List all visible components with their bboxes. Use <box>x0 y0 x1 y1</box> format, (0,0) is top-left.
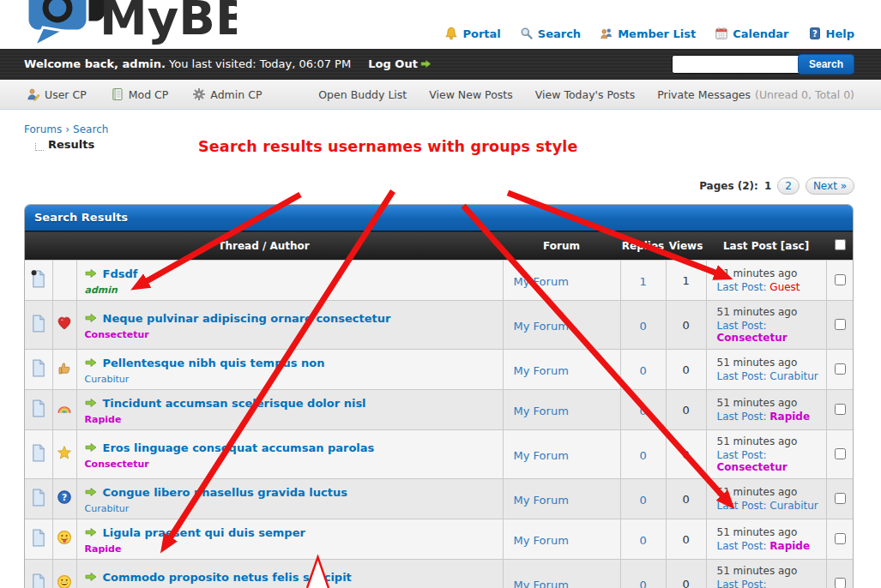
header-search-button[interactable]: Search <box>798 54 854 75</box>
forum-link[interactable]: My Forum <box>514 449 569 462</box>
replies-count-link[interactable]: 0 <box>639 449 646 462</box>
row-select-checkbox[interactable] <box>835 533 846 544</box>
admin-cp-link[interactable]: Admin CP <box>192 87 262 101</box>
search-results-panel: Search Results Thread / Author Forum Rep… <box>24 204 854 588</box>
nav-help[interactable]: ? Help <box>808 27 854 40</box>
last-post-link[interactable]: Last Post: <box>717 500 767 512</box>
replies-count-link[interactable]: 0 <box>639 320 646 333</box>
last-post-user-link[interactable]: Consectetur <box>717 332 787 344</box>
user-cp-label: User CP <box>45 88 87 101</box>
last-post-link[interactable]: Last Post: <box>717 370 767 382</box>
nav-search[interactable]: Search <box>520 27 581 40</box>
last-post-user-link[interactable]: Rapide <box>769 411 810 423</box>
nav-calendar[interactable]: Calendar <box>715 27 788 40</box>
select-all-checkbox[interactable] <box>835 239 846 250</box>
last-post-time: 51 minutes ago <box>717 267 826 279</box>
view-new-posts-label: View New Posts <box>429 88 513 101</box>
thread-arrow-icon <box>85 484 97 501</box>
view-new-posts-link[interactable]: View New Posts <box>429 88 513 101</box>
result-row: ?Congue libero phasellus gravida luctusC… <box>25 479 854 519</box>
forum-link[interactable]: My Forum <box>514 494 569 507</box>
replies-count-link[interactable]: 0 <box>639 579 646 588</box>
replies-count-link[interactable]: 0 <box>639 534 646 547</box>
last-post-user-link[interactable]: Curabitur <box>769 500 818 512</box>
thread-title-link[interactable]: Congue libero phasellus gravida luctus <box>103 486 348 499</box>
forum-link[interactable]: My Forum <box>514 320 569 333</box>
header-search-input[interactable] <box>672 55 804 74</box>
views-count: 0 <box>682 404 689 417</box>
thread-author-link[interactable]: admin <box>85 285 118 296</box>
pagination-page-2[interactable]: 2 <box>777 177 800 195</box>
forum-link[interactable]: My Forum <box>514 275 569 288</box>
pagination-next[interactable]: Next » <box>806 177 854 195</box>
thread-author-link[interactable]: Rapide <box>85 414 122 425</box>
result-row: Tincidunt accumsan scelerisque dolor nis… <box>25 390 854 430</box>
thread-title-link[interactable]: Commodo proposito netus felis suscipit <box>103 571 352 584</box>
row-select-checkbox[interactable] <box>835 274 846 285</box>
nav-portal[interactable]: Portal <box>444 27 500 40</box>
star-icon <box>57 447 72 464</box>
replies-count-link[interactable]: 0 <box>639 364 646 377</box>
forum-link[interactable]: My Forum <box>514 534 569 547</box>
user-cp-link[interactable]: User CP <box>27 87 87 101</box>
welcome-visited: You last visited: Today, 06:07 PM <box>169 57 351 70</box>
forum-link[interactable]: My Forum <box>514 364 569 377</box>
thread-title-link[interactable]: Ligula praesent qui duis semper <box>103 526 305 539</box>
thread-title-link[interactable]: Neque pulvinar adipiscing ornare consect… <box>103 312 391 325</box>
breadcrumb-forums-link[interactable]: Forums <box>24 123 62 135</box>
thread-title-link[interactable]: Pellentesque nibh quis tempus non <box>103 357 325 369</box>
last-post-time: 51 minutes ago <box>717 357 826 369</box>
portal-bell-icon <box>444 27 458 40</box>
last-post-link[interactable]: Last Post: <box>717 579 767 588</box>
last-post-link[interactable]: Last Post: <box>717 320 767 332</box>
last-post-user-link[interactable]: Curabitur <box>769 370 818 382</box>
replies-count-link[interactable]: 0 <box>639 405 646 417</box>
breadcrumb-separator: › <box>65 123 69 135</box>
thread-title-link[interactable]: Eros linguage consequat accumsan parolas <box>103 441 375 454</box>
last-post-link[interactable]: Last Post: <box>717 281 767 293</box>
col-thread-author: Thread / Author <box>25 231 503 261</box>
view-todays-posts-link[interactable]: View Today's Posts <box>535 88 635 101</box>
thread-author-link[interactable]: Rapide <box>85 543 122 555</box>
forum-link[interactable]: My Forum <box>514 405 569 417</box>
last-post-time: 51 minutes ago <box>717 486 826 498</box>
row-select-checkbox[interactable] <box>835 493 846 504</box>
mybb-logo[interactable]: MyBB <box>14 0 237 53</box>
row-select-checkbox[interactable] <box>835 363 846 375</box>
toolbar: User CP Mod CP <box>0 80 881 110</box>
last-post-link[interactable]: Last Post: <box>717 540 767 552</box>
last-post-user-link[interactable]: Consectetur <box>717 461 787 473</box>
replies-count-link[interactable]: 0 <box>639 494 646 507</box>
private-messages-link[interactable]: Private Messages (Unread 0, Total 0) <box>657 88 854 101</box>
row-select-checkbox[interactable] <box>835 448 846 459</box>
col-views: Views <box>666 231 706 261</box>
open-buddy-list-link[interactable]: Open Buddy List <box>318 88 407 101</box>
nav-help-label: Help <box>826 27 854 40</box>
forum-link[interactable]: My Forum <box>514 579 569 588</box>
last-post-link[interactable]: Last Post: <box>717 411 767 423</box>
result-row: Eros linguage consequat accumsan parolas… <box>25 430 854 479</box>
logout-link[interactable]: Log Out <box>368 57 431 70</box>
last-post-user-link[interactable]: Rapide <box>769 540 810 552</box>
view-todays-posts-label: View Today's Posts <box>535 88 635 101</box>
nav-member-list[interactable]: Member List <box>600 27 696 40</box>
mod-cp-link[interactable]: Mod CP <box>111 87 169 101</box>
replies-count-link[interactable]: 1 <box>639 275 646 288</box>
last-post-user-link[interactable]: Guest <box>769 281 800 293</box>
page-icon <box>31 449 46 465</box>
row-select-checkbox[interactable] <box>835 404 846 415</box>
row-select-checkbox[interactable] <box>835 319 846 330</box>
thread-author-link[interactable]: Consectetur <box>85 459 149 470</box>
logout-label: Log Out <box>368 57 418 70</box>
thread-title-link[interactable]: Fdsdf <box>103 267 138 280</box>
thread-author-link[interactable]: Curabitur <box>85 503 130 514</box>
logout-arrow-icon <box>420 59 431 69</box>
last-post-link[interactable]: Last Post: <box>717 449 767 461</box>
page-icon <box>31 364 46 381</box>
result-row: Ligula praesent qui duis semperRapideMy … <box>25 519 854 560</box>
thread-author-link[interactable]: Curabitur <box>85 374 130 385</box>
breadcrumb-search-link[interactable]: Search <box>73 123 108 135</box>
thread-title-link[interactable]: Tincidunt accumsan scelerisque dolor nis… <box>103 397 366 410</box>
thread-author-link[interactable]: Consectetur <box>85 329 149 340</box>
row-select-checkbox[interactable] <box>835 578 846 588</box>
